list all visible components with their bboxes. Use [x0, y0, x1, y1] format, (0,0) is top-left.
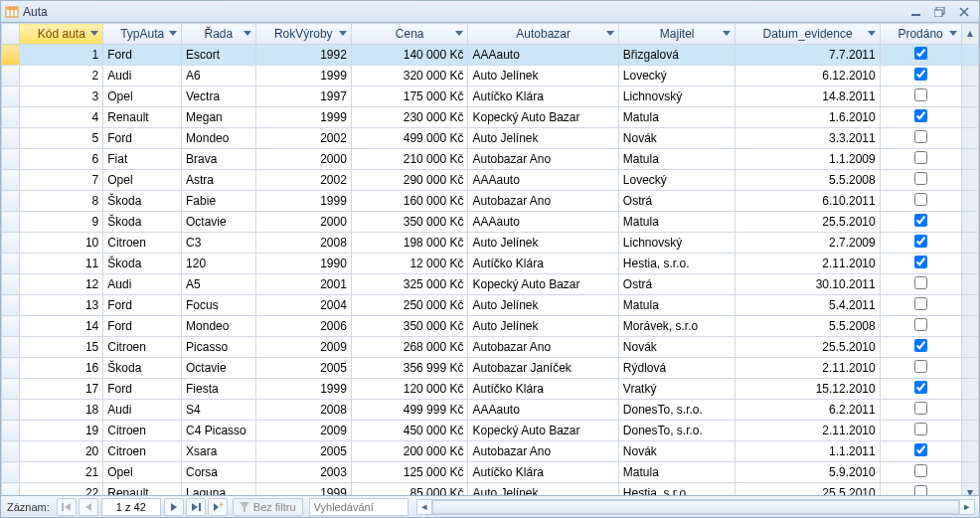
cell-bazar[interactable]: Kopecký Auto Bazar: [468, 421, 618, 441]
row-selector[interactable]: [2, 128, 20, 149]
cell-rada[interactable]: Laguna: [182, 483, 256, 496]
cell-rok[interactable]: 2008: [255, 233, 351, 254]
cell-rok[interactable]: 2000: [255, 212, 351, 233]
cell-rada[interactable]: Xsara: [182, 441, 256, 462]
column-header-prodano[interactable]: Prodáno: [880, 24, 961, 45]
cell-rada[interactable]: Picasso: [182, 337, 256, 358]
cell-rok[interactable]: 2002: [255, 170, 351, 191]
table-row[interactable]: 15CitroenPicasso2009268 000 KčAutobazar …: [2, 337, 979, 358]
row-selector[interactable]: [2, 86, 20, 107]
sold-checkbox[interactable]: [914, 381, 927, 394]
cell-bazar[interactable]: Autobazar Ano: [468, 441, 618, 462]
cell-rok[interactable]: 2002: [255, 128, 351, 149]
cell-typ[interactable]: Citroen: [103, 337, 182, 358]
sold-checkbox[interactable]: [914, 276, 927, 289]
cell-bazar[interactable]: Auto Jelínek: [468, 316, 618, 337]
cell-bazar[interactable]: Autobazar Ano: [468, 149, 618, 170]
cell-bazar[interactable]: Kopecký Auto Bazar: [468, 274, 618, 295]
cell-kod[interactable]: 18: [20, 400, 103, 421]
cell-rada[interactable]: Brava: [182, 149, 256, 170]
table-row[interactable]: 17FordFiesta1999120 000 KčAutíčko KláraV…: [2, 379, 979, 400]
cell-majitel[interactable]: Morávek, s.r.o: [618, 316, 735, 337]
table-row[interactable]: 18AudiS42008499 999 KčAAAautoDonesTo, s.…: [2, 400, 979, 421]
table-row[interactable]: 9ŠkodaOctavie2000350 000 KčAAAautoMatula…: [2, 212, 979, 233]
cell-kod[interactable]: 19: [20, 421, 103, 441]
cell-majitel[interactable]: Matula: [618, 462, 735, 483]
sold-checkbox[interactable]: [914, 47, 927, 60]
row-selector[interactable]: [2, 274, 20, 295]
cell-majitel[interactable]: Rýdlová: [618, 358, 735, 379]
cell-rada[interactable]: Mondeo: [182, 316, 256, 337]
cell-majitel[interactable]: DonesTo, s.r.o.: [618, 421, 735, 441]
cell-cena[interactable]: 200 000 Kč: [351, 441, 468, 462]
row-selector[interactable]: [2, 483, 20, 496]
cell-bazar[interactable]: Autíčko Klára: [468, 379, 618, 400]
cell-cena[interactable]: 350 000 Kč: [351, 316, 468, 337]
table-row[interactable]: 22RenaultLaguna199985 000 KčAuto Jelínek…: [2, 483, 979, 496]
table-row[interactable]: 7OpelAstra2002290 000 KčAAAautoLovecký5.…: [2, 170, 979, 191]
cell-typ[interactable]: Citroen: [103, 233, 182, 254]
cell-rada[interactable]: 120: [182, 254, 256, 274]
cell-kod[interactable]: 5: [20, 128, 103, 149]
cell-bazar[interactable]: Auto Jelínek: [468, 66, 618, 86]
cell-prodano[interactable]: [880, 191, 961, 212]
cell-typ[interactable]: Ford: [103, 316, 182, 337]
column-header-cena[interactable]: Cena: [351, 24, 468, 45]
sold-checkbox[interactable]: [914, 256, 927, 268]
table-row[interactable]: 4RenaultMegan1999230 000 KčKopecký Auto …: [2, 107, 979, 128]
vscroll-up[interactable]: ▴: [961, 24, 978, 45]
cell-datum[interactable]: 3.3.2011: [735, 128, 880, 149]
vscroll-track[interactable]: [961, 86, 978, 107]
cell-prodano[interactable]: [880, 233, 961, 254]
cell-rada[interactable]: C3: [182, 233, 256, 254]
column-header-kod[interactable]: Kód auta: [20, 24, 103, 45]
cell-rada[interactable]: A5: [182, 274, 256, 295]
cell-kod[interactable]: 1: [20, 45, 103, 66]
cell-rada[interactable]: Fiesta: [182, 379, 256, 400]
row-selector[interactable]: [2, 441, 20, 462]
cell-kod[interactable]: 10: [20, 233, 103, 254]
hscroll-right[interactable]: ▸: [959, 499, 975, 515]
cell-rok[interactable]: 2005: [255, 441, 351, 462]
cell-typ[interactable]: Fiat: [103, 149, 182, 170]
cell-datum[interactable]: 2.7.2009: [735, 233, 880, 254]
cell-kod[interactable]: 12: [20, 274, 103, 295]
nav-prev-button[interactable]: [79, 498, 98, 516]
cell-kod[interactable]: 13: [20, 295, 103, 316]
row-selector[interactable]: [2, 45, 20, 66]
cell-cena[interactable]: 250 000 Kč: [351, 295, 468, 316]
cell-prodano[interactable]: [880, 400, 961, 421]
minimize-button[interactable]: [905, 4, 927, 20]
column-dropdown-icon[interactable]: [242, 27, 253, 41]
search-input[interactable]: [309, 498, 408, 516]
cell-rada[interactable]: Megan: [182, 107, 256, 128]
hscroll-thumb[interactable]: [432, 500, 959, 514]
table-row[interactable]: 14FordMondeo2006350 000 KčAuto JelínekMo…: [2, 316, 979, 337]
cell-rada[interactable]: Focus: [182, 295, 256, 316]
table-row[interactable]: 16ŠkodaOctavie2005356 999 KčAutobazar Ja…: [2, 358, 979, 379]
cell-rok[interactable]: 1999: [255, 66, 351, 86]
cell-typ[interactable]: Škoda: [103, 191, 182, 212]
cell-kod[interactable]: 3: [20, 86, 103, 107]
cell-bazar[interactable]: Autíčko Klára: [468, 254, 618, 274]
cell-datum[interactable]: 5.9.2010: [735, 462, 880, 483]
vscroll-track[interactable]: [961, 233, 978, 254]
cell-prodano[interactable]: [880, 274, 961, 295]
cell-cena[interactable]: 499 000 Kč: [351, 128, 468, 149]
cell-bazar[interactable]: Auto Jelínek: [468, 128, 618, 149]
sold-checkbox[interactable]: [914, 193, 927, 206]
cell-prodano[interactable]: [880, 421, 961, 441]
row-selector[interactable]: [2, 295, 20, 316]
table-row[interactable]: 2AudiA61999320 000 KčAuto JelínekLovecký…: [2, 66, 979, 86]
table-row[interactable]: 3OpelVectra1997175 000 KčAutíčko KláraLi…: [2, 86, 979, 107]
column-dropdown-icon[interactable]: [453, 27, 465, 41]
sold-checkbox[interactable]: [914, 297, 927, 310]
cell-datum[interactable]: 5.5.2008: [735, 316, 880, 337]
vscroll-down[interactable]: ▾: [962, 483, 978, 495]
cell-majitel[interactable]: Břizgalová: [618, 45, 735, 66]
cell-rada[interactable]: S4: [182, 400, 256, 421]
cell-typ[interactable]: Citroen: [103, 421, 182, 441]
cell-cena[interactable]: 356 999 Kč: [351, 358, 468, 379]
cell-rada[interactable]: A6: [182, 66, 256, 86]
cell-kod[interactable]: 20: [20, 441, 103, 462]
